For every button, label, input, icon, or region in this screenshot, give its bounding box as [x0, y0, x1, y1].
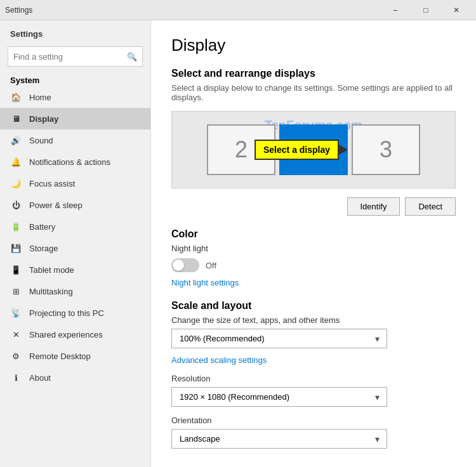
sidebar-item-projecting-label: Projecting to this PC: [29, 308, 104, 318]
tablet-icon: 📱: [10, 264, 22, 275]
display-actions: Identify Detect: [171, 197, 456, 216]
resolution-label: Resolution: [171, 374, 456, 383]
sidebar-item-storage[interactable]: 💾 Storage: [0, 237, 150, 259]
display-icon: 🖥: [10, 113, 22, 124]
display-2-number: 2: [235, 136, 248, 163]
night-light-settings-link[interactable]: Night light settings: [171, 278, 239, 287]
multitasking-icon: ⊞: [10, 286, 22, 297]
identify-button[interactable]: Identify: [347, 197, 400, 216]
display-3[interactable]: 3: [352, 124, 420, 175]
battery-icon: 🔋: [10, 221, 22, 232]
night-light-label: Night light: [171, 244, 456, 253]
sidebar: Settings 🔍 System 🏠 Home 🖥 Display 🔊 Sou…: [0, 20, 151, 467]
sidebar-item-shared-label: Shared experiences: [29, 330, 103, 339]
remote-icon: ⚙: [10, 350, 22, 362]
titlebar-controls: – □ ✕: [381, 1, 471, 19]
color-section: Color Night light Off Night light settin…: [171, 228, 456, 287]
select-section-title: Select and rearrange displays: [171, 68, 456, 79]
display-area: TenForums.com Select a display 2 1 3: [171, 111, 456, 188]
search-box[interactable]: 🔍: [8, 46, 143, 67]
scale-dropdown[interactable]: 100% (Recommended) 125% 150% 175%: [171, 329, 387, 348]
projecting-icon: 📡: [10, 307, 22, 319]
notifications-icon: 🔔: [10, 156, 22, 168]
sidebar-item-home[interactable]: 🏠 Home: [0, 86, 150, 108]
scale-section: Scale and layout Change the size of text…: [171, 300, 456, 449]
sidebar-item-home-label: Home: [29, 93, 51, 102]
select-section-desc: Select a display below to change its set…: [171, 83, 456, 102]
detect-button[interactable]: Detect: [405, 197, 456, 216]
sidebar-item-power[interactable]: ⏻ Power & sleep: [0, 194, 150, 216]
night-light-toggle-row: Off: [171, 258, 456, 272]
titlebar: Settings – □ ✕: [0, 0, 476, 20]
sidebar-item-remote[interactable]: ⚙ Remote Desktop: [0, 345, 150, 367]
sound-icon: 🔊: [10, 135, 22, 146]
sidebar-item-sound-label: Sound: [29, 136, 53, 145]
sidebar-item-focus-label: Focus assist: [29, 179, 75, 188]
color-section-title: Color: [171, 228, 456, 240]
titlebar-title: Settings: [5, 6, 32, 15]
sidebar-item-notifications-label: Notifications & actions: [29, 157, 110, 167]
storage-icon: 💾: [10, 242, 22, 254]
tooltip-arrow: [339, 145, 348, 155]
display-3-number: 3: [380, 136, 392, 163]
sidebar-app-title: Settings: [0, 20, 150, 44]
resolution-dropdown-wrapper: 1920 × 1080 (Recommended) 1280 × 720 102…: [171, 387, 387, 407]
resolution-group: Resolution 1920 × 1080 (Recommended) 128…: [171, 374, 456, 407]
orientation-dropdown[interactable]: Landscape Portrait Landscape (flipped) P…: [171, 429, 387, 449]
night-light-toggle[interactable]: [171, 258, 199, 272]
orientation-label: Orientation: [171, 416, 456, 425]
sidebar-item-multitasking-label: Multitasking: [29, 287, 73, 296]
sidebar-item-shared[interactable]: ✕ Shared experiences: [0, 324, 150, 345]
sidebar-item-storage-label: Storage: [29, 244, 58, 253]
close-button[interactable]: ✕: [442, 1, 471, 19]
sidebar-item-battery-label: Battery: [29, 222, 55, 232]
sidebar-item-about[interactable]: ℹ About: [0, 367, 150, 388]
system-section-label: System: [0, 72, 150, 86]
scale-dropdown-wrapper: 100% (Recommended) 125% 150% 175%: [171, 329, 387, 348]
power-icon: ⏻: [10, 199, 22, 211]
home-icon: 🏠: [10, 91, 22, 103]
sidebar-item-multitasking[interactable]: ⊞ Multitasking: [0, 280, 150, 302]
app-container: Settings 🔍 System 🏠 Home 🖥 Display 🔊 Sou…: [0, 20, 476, 467]
main-content: Display Select and rearrange displays Se…: [151, 20, 476, 467]
sidebar-item-about-label: About: [29, 373, 51, 383]
sidebar-item-remote-label: Remote Desktop: [29, 352, 91, 361]
sidebar-item-notifications[interactable]: 🔔 Notifications & actions: [0, 151, 150, 173]
toggle-knob: [173, 260, 184, 271]
sidebar-item-sound[interactable]: 🔊 Sound: [0, 129, 150, 151]
sidebar-item-battery[interactable]: 🔋 Battery: [0, 216, 150, 237]
search-input[interactable]: [13, 52, 124, 62]
focus-icon: 🌙: [10, 178, 22, 189]
orientation-dropdown-wrapper: Landscape Portrait Landscape (flipped) P…: [171, 429, 387, 449]
search-icon: 🔍: [127, 52, 137, 62]
advanced-scaling-link[interactable]: Advanced scaling settings: [171, 355, 267, 365]
sidebar-item-projecting[interactable]: 📡 Projecting to this PC: [0, 302, 150, 324]
scale-section-title: Scale and layout: [171, 300, 456, 312]
sidebar-item-focus[interactable]: 🌙 Focus assist: [0, 173, 150, 194]
sidebar-item-display-label: Display: [29, 114, 58, 124]
minimize-button[interactable]: –: [381, 1, 410, 19]
toggle-state-label: Off: [206, 261, 216, 270]
sidebar-item-power-label: Power & sleep: [29, 201, 83, 210]
resolution-dropdown[interactable]: 1920 × 1080 (Recommended) 1280 × 720 102…: [171, 387, 387, 407]
select-display-tooltip: Select a display: [255, 140, 339, 160]
orientation-group: Orientation Landscape Portrait Landscape…: [171, 416, 456, 449]
scale-field-label: Change the size of text, apps, and other…: [171, 315, 456, 325]
page-title: Display: [171, 36, 456, 55]
about-icon: ℹ: [10, 372, 22, 383]
maximize-button[interactable]: □: [411, 1, 440, 19]
sidebar-item-display[interactable]: 🖥 Display: [0, 108, 150, 129]
sidebar-item-tablet[interactable]: 📱 Tablet mode: [0, 259, 150, 280]
shared-icon: ✕: [10, 329, 22, 340]
sidebar-item-tablet-label: Tablet mode: [29, 265, 74, 275]
